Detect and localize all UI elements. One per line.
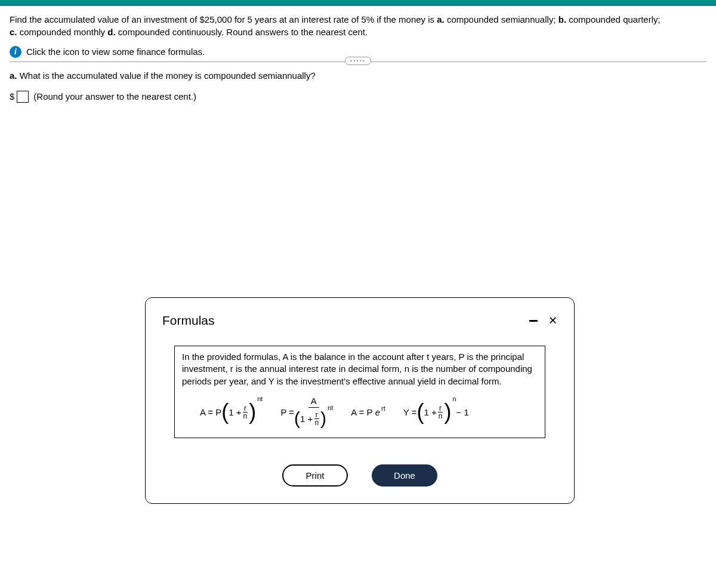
answer-input[interactable] <box>17 91 29 103</box>
window-titlebar <box>0 0 716 6</box>
part-a-label: a. <box>437 14 445 24</box>
divider: ••••• <box>10 61 706 62</box>
close-icon[interactable]: ✕ <box>548 314 557 327</box>
question-a-text: What is the accumulated value if the mon… <box>17 70 316 81</box>
modal-controls: ✕ <box>529 314 557 327</box>
problem-statement: Find the accumulated value of an investm… <box>10 13 706 38</box>
problem-intro: Find the accumulated value of an investm… <box>10 14 437 24</box>
info-icon[interactable]: i <box>10 46 21 58</box>
part-b-label: b. <box>558 14 566 24</box>
print-button[interactable]: Print <box>282 464 348 487</box>
modal-header: Formulas ✕ <box>146 298 574 340</box>
currency-symbol: $ <box>10 90 14 103</box>
formula-present-value: P = A ( 1 + r n ) nt <box>280 396 333 429</box>
part-d-text: compounded continuously. Round answers t… <box>116 27 368 37</box>
answer-row: $ (Round your answer to the nearest cent… <box>10 90 706 103</box>
minimize-icon[interactable] <box>529 320 538 322</box>
formula-description: In the provided formulas, A is the balan… <box>182 351 538 387</box>
part-c-text: compounded monthly <box>17 27 108 37</box>
part-c-label: c. <box>10 27 17 37</box>
question-a: a. What is the accumulated value if the … <box>10 69 706 82</box>
part-a-text: compounded semiannually; <box>445 14 558 24</box>
formulas-row: A = P ( 1 + r n ) nt P = A ( 1 + <box>182 396 538 429</box>
question-a-label: a. <box>10 70 17 81</box>
part-b-text: compounded quarterly; <box>566 14 661 24</box>
formula-box: In the provided formulas, A is the balan… <box>174 346 545 438</box>
formula-compound: A = P ( 1 + r n ) nt <box>200 400 263 425</box>
rounding-note: (Round your answer to the nearest cent.) <box>33 90 196 103</box>
info-link-text: Click the icon to view some finance form… <box>26 45 205 58</box>
modal-title: Formulas <box>162 313 215 328</box>
done-button[interactable]: Done <box>372 464 437 487</box>
part-d-label: d. <box>107 27 115 37</box>
modal-buttons: Print Done <box>146 464 574 487</box>
formula-continuous: A = P e rt <box>351 407 385 417</box>
question-content: Find the accumulated value of an investm… <box>0 6 716 110</box>
info-link-row[interactable]: i Click the icon to view some finance fo… <box>10 45 706 58</box>
formulas-modal: Formulas ✕ In the provided formulas, A i… <box>145 297 575 504</box>
formula-yield: Y = ( 1 + r n ) n − 1 <box>403 400 469 425</box>
collapse-handle[interactable]: ••••• <box>345 57 371 65</box>
